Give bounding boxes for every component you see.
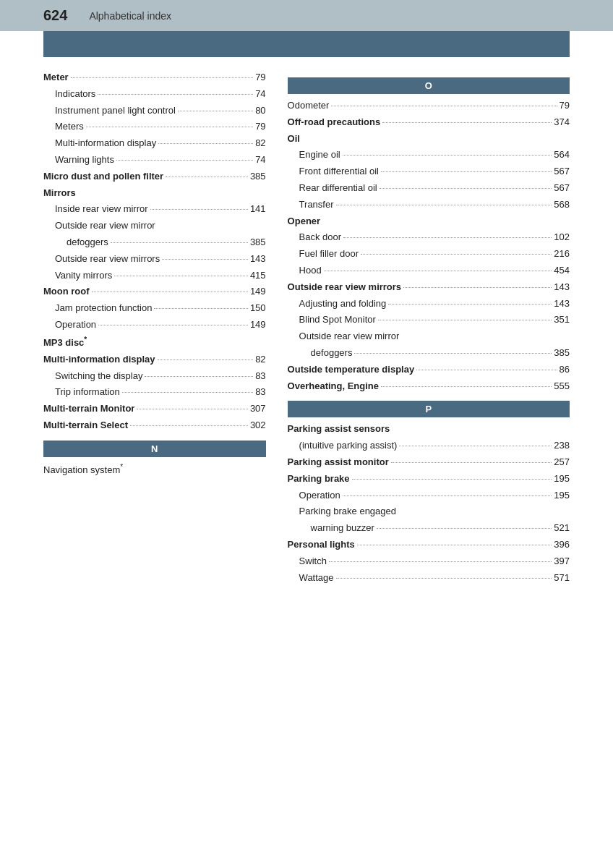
leader: [111, 242, 248, 243]
entry-label: Hood: [299, 263, 322, 278]
entry-page: 374: [554, 115, 570, 130]
entry-label: Operation: [55, 318, 96, 333]
entry-mirrors: Mirrors: [43, 186, 266, 201]
entry-jam-protection: Jam protection function 150: [43, 301, 266, 316]
leader: [381, 386, 552, 387]
leader: [158, 359, 254, 360]
entry-label: Rear differential oil: [299, 181, 377, 196]
leader: [403, 287, 552, 288]
entry-page: 79: [255, 70, 265, 85]
entry-pb-engaged-wrap: Parking brake engaged: [288, 504, 570, 519]
entry-parking-assist-monitor: Parking assist monitor 257: [288, 455, 570, 470]
entry-label: Adjusting and folding: [299, 297, 387, 312]
entry-inside-rvm: Inside rear view mirror 141: [43, 202, 266, 217]
entry-page: 79: [560, 98, 570, 114]
entry-page: 385: [554, 346, 570, 361]
entry-label: Parking assist sensors: [288, 423, 390, 434]
entry-trip-info: Trip information 83: [43, 385, 266, 400]
entry-page: 83: [255, 369, 265, 384]
leader: [98, 94, 253, 95]
entry-blind-spot: Blind Spot Monitor 351: [288, 312, 570, 328]
leader: [324, 271, 552, 271]
entry-label: Parking assist monitor: [288, 455, 389, 470]
entry-fuel-filler: Fuel filler door 216: [288, 247, 570, 262]
leader: [336, 578, 552, 579]
entry-page: 79: [255, 119, 265, 135]
leader: [416, 370, 557, 370]
entry-label: Back door: [299, 230, 342, 245]
entry-label: Multi-terrain Select: [43, 418, 128, 433]
entry-outside-rvm-main: Outside rear view mirrors 143: [288, 280, 570, 295]
entry-opener: Opener: [288, 214, 570, 229]
leader: [354, 353, 552, 354]
entry-label: defoggers: [67, 235, 108, 250]
leader: [162, 259, 248, 260]
entry-page: 149: [250, 318, 266, 333]
entry-label: Parking brake: [288, 472, 350, 487]
entry-navigation-system: Navigation system*: [43, 461, 266, 478]
entry-transfer: Transfer 568: [288, 197, 570, 213]
entry-label: Micro dust and pollen filter: [43, 169, 163, 184]
leader: [380, 188, 552, 189]
entry-page: 195: [554, 488, 570, 503]
leader: [381, 171, 552, 172]
leader: [137, 409, 248, 409]
entry-outside-rvm-wrap: Outside rear view mirror: [288, 329, 570, 344]
entry-warning-buzzer: warning buzzer 521: [288, 521, 570, 536]
entry-label: Warning lights: [55, 153, 114, 168]
entry-label: Jam protection function: [55, 301, 152, 316]
entry-page: 143: [554, 297, 570, 312]
entry-label: Odometer: [288, 98, 330, 114]
entry-page: 80: [255, 103, 265, 119]
entry-parking-brake: Parking brake 195: [288, 472, 570, 487]
entry-label: Off-road precautions: [288, 115, 381, 130]
leader: [336, 205, 552, 205]
entry-warning-lights: Warning lights 74: [43, 153, 266, 168]
entry-page: 74: [255, 153, 265, 168]
entry-label: Blind Spot Monitor: [299, 312, 376, 328]
entry-multi-terrain-select: Multi-terrain Select 302: [43, 418, 266, 433]
leader: [357, 545, 552, 545]
entry-parking-assist-sensors: Parking assist sensors: [288, 422, 570, 437]
entry-page: 82: [255, 352, 265, 367]
entry-page: 351: [554, 312, 570, 328]
entry-label: Indicators: [55, 87, 95, 102]
entry-label: Vanity mirrors: [55, 268, 112, 284]
content-area: Meter 79 Indicators 74 Instrument panel …: [43, 70, 570, 587]
leader: [116, 160, 253, 161]
entry-outside-temp: Outside temperature display 86: [288, 362, 570, 378]
entry-label: Multi-information display: [55, 136, 156, 151]
leader: [329, 561, 552, 562]
entry-multi-terrain-monitor: Multi-terrain Monitor 307: [43, 401, 266, 417]
leader: [382, 122, 552, 123]
entry-label: Operation: [299, 488, 340, 503]
entry-page: 82: [255, 136, 265, 151]
leader: [331, 106, 557, 106]
entry-page: 302: [250, 418, 266, 433]
entry-label: Front differential oil: [299, 164, 379, 179]
entry-page: 307: [250, 401, 266, 417]
entry-indicators: Indicators 74: [43, 87, 266, 102]
leader: [388, 304, 552, 305]
entry-page: 195: [554, 472, 570, 487]
entry-page: 567: [554, 164, 570, 179]
entry-back-door: Back door 102: [288, 230, 570, 245]
entry-hood: Hood 454: [288, 263, 570, 278]
entry-switch: Switch 397: [288, 554, 570, 569]
entry-page: 568: [554, 197, 570, 213]
entry-page: 143: [554, 280, 570, 295]
entry-label: Outside rear view mirrors: [288, 280, 402, 295]
entry-label: MP3 disc*: [43, 337, 87, 348]
entry-label: Outside rear view mirror: [55, 220, 155, 231]
entry-page: 143: [250, 252, 266, 267]
entry-label: Multi-information display: [43, 352, 155, 367]
leader: [92, 292, 248, 292]
entry-vanity-mirrors: Vanity mirrors 415: [43, 268, 266, 284]
entry-label: Engine oil: [299, 148, 340, 163]
entry-label: Personal lights: [288, 537, 355, 553]
section-header-o: O: [288, 77, 570, 94]
leader: [361, 254, 552, 255]
entry-label: Meters: [55, 119, 84, 135]
entry-label: defoggers: [311, 346, 353, 361]
leader: [178, 111, 253, 111]
